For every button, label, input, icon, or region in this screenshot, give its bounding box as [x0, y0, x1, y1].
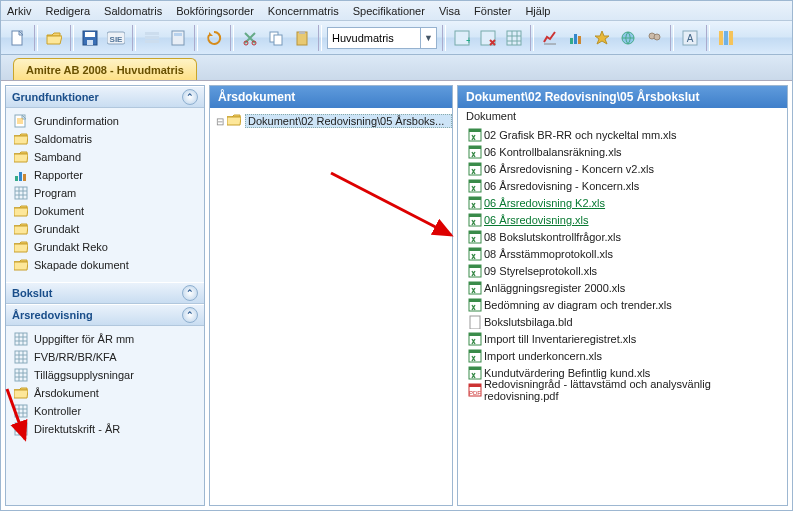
file-row[interactable]: Bedömning av diagram och trender.xls — [458, 296, 787, 313]
file-row[interactable]: Import underkoncern.xls — [458, 347, 787, 364]
grid-icon[interactable] — [502, 26, 526, 50]
svg-rect-64 — [470, 316, 480, 329]
svg-rect-20 — [507, 31, 521, 45]
xls-icon — [466, 128, 484, 142]
sidebar-item[interactable]: Kontroller — [10, 402, 200, 420]
sidebar-item[interactable]: Grundinformation — [10, 112, 200, 130]
file-row[interactable]: 08 Bokslutskontrollfrågor.xls — [458, 228, 787, 245]
file-row[interactable]: PDFRedovisningråd - lättavstämd och anal… — [458, 381, 787, 398]
note-icon — [12, 113, 30, 129]
list-icon[interactable] — [140, 26, 164, 50]
file-row[interactable]: 06 Årsredovisning - Koncern v2.xls — [458, 160, 787, 177]
grid-add-icon[interactable]: + — [450, 26, 474, 50]
file-row[interactable]: 08 Årsstämmoprotokoll.xls — [458, 245, 787, 262]
file-row[interactable]: 06 Kontrollbalansräkning.xls — [458, 143, 787, 160]
sidebar-item[interactable]: Tilläggsupplysningar — [10, 366, 200, 384]
svg-rect-14 — [274, 35, 282, 45]
file-name: 09 Styrelseprotokoll.xls — [484, 265, 597, 277]
folder-icon — [12, 385, 30, 401]
sidebar-group-header[interactable]: Grundfunktioner⌃ — [6, 86, 204, 108]
chart-line-icon[interactable] — [538, 26, 562, 50]
svg-rect-23 — [578, 36, 581, 44]
menu-fonster[interactable]: Fönster — [474, 5, 511, 17]
sidebar-group-header[interactable]: Årsredovisning⌃ — [6, 304, 204, 326]
tree-panel: Årsdokument ⊟ Dokument\02 Redovisning\05… — [209, 85, 453, 506]
file-row[interactable]: Import till Inventarieregistret.xls — [458, 330, 787, 347]
svg-rect-22 — [574, 34, 577, 44]
sie-icon[interactable]: SIE — [104, 26, 128, 50]
svg-rect-41 — [15, 423, 27, 435]
tree-panel-header: Årsdokument — [210, 86, 452, 108]
sidebar-item[interactable]: Direktutskrift - ÅR — [10, 420, 200, 438]
folder-icon — [12, 131, 30, 147]
svg-rect-47 — [469, 163, 481, 166]
svg-rect-55 — [469, 231, 481, 234]
sidebar-item[interactable]: Grundakt Reko — [10, 238, 200, 256]
folder-icon — [12, 221, 30, 237]
file-name: Bedömning av diagram och trender.xls — [484, 299, 672, 311]
sidebar-group-title: Bokslut — [12, 287, 52, 299]
panel-a-icon[interactable]: A — [678, 26, 702, 50]
svg-rect-68 — [469, 350, 481, 353]
tree-node[interactable]: ⊟ Dokument\02 Redovisning\05 Årsboks... — [210, 112, 452, 130]
file-row[interactable]: Anläggningsregister 2000.xls — [458, 279, 787, 296]
xls-icon — [466, 298, 484, 312]
file-row[interactable]: Bokslutsbilaga.bld — [458, 313, 787, 330]
new-doc-icon[interactable] — [6, 26, 30, 50]
sidebar-item[interactable]: FVB/RR/BR/KFA — [10, 348, 200, 366]
svg-text:SIE: SIE — [110, 35, 124, 44]
svg-rect-49 — [469, 180, 481, 183]
star-icon[interactable] — [590, 26, 614, 50]
cut-icon[interactable] — [238, 26, 262, 50]
sidebar-item[interactable]: Program — [10, 184, 200, 202]
menu-arkiv[interactable]: Arkiv — [7, 5, 31, 17]
columns-icon[interactable] — [714, 26, 738, 50]
sidebar-item[interactable]: Skapade dokument — [10, 256, 200, 274]
menu-bokforingsorder[interactable]: Bokföringsorder — [176, 5, 254, 17]
menu-visa[interactable]: Visa — [439, 5, 460, 17]
users-icon[interactable] — [642, 26, 666, 50]
save-icon[interactable] — [78, 26, 102, 50]
tree-node-label: Dokument\02 Redovisning\05 Årsboks... — [245, 114, 452, 128]
sidebar-item[interactable]: Rapporter — [10, 166, 200, 184]
file-row[interactable]: 06 Årsredovisning - Koncern.xls — [458, 177, 787, 194]
menu-saldomatris[interactable]: Saldomatris — [104, 5, 162, 17]
sidebar-item[interactable]: Grundakt — [10, 220, 200, 238]
sidebar-group-header[interactable]: Bokslut⌃ — [6, 282, 204, 304]
file-row[interactable]: 02 Grafisk BR-RR och nyckeltal mm.xls — [458, 126, 787, 143]
svg-rect-43 — [469, 129, 481, 132]
sidebar-item-label: Rapporter — [34, 169, 83, 181]
menu-redigera[interactable]: Redigera — [45, 5, 90, 17]
sidebar-item[interactable]: Dokument — [10, 202, 200, 220]
sidebar-item-label: Dokument — [34, 205, 84, 217]
collapse-icon: ⌃ — [182, 89, 198, 105]
sidebar-item[interactable]: Samband — [10, 148, 200, 166]
sidebar-item[interactable]: Saldomatris — [10, 130, 200, 148]
refresh-icon[interactable] — [202, 26, 226, 50]
svg-rect-39 — [15, 369, 27, 381]
open-folder-icon[interactable] — [42, 26, 66, 50]
grid-del-icon[interactable] — [476, 26, 500, 50]
svg-text:+: + — [466, 35, 470, 46]
calc-icon[interactable] — [166, 26, 190, 50]
svg-rect-53 — [469, 214, 481, 217]
globe-icon[interactable] — [616, 26, 640, 50]
file-row[interactable]: 06 Årsredovisning K2.xls — [458, 194, 787, 211]
svg-rect-72 — [469, 384, 481, 387]
file-name: 06 Årsredovisning - Koncern.xls — [484, 180, 639, 192]
menu-specifikationer[interactable]: Specifikationer — [353, 5, 425, 17]
collapse-icon: ⌃ — [182, 307, 198, 323]
chart-bar-icon[interactable] — [564, 26, 588, 50]
sidebar-item[interactable]: Årsdokument — [10, 384, 200, 402]
paste-icon[interactable] — [290, 26, 314, 50]
file-row[interactable]: 09 Styrelseprotokoll.xls — [458, 262, 787, 279]
copy-icon[interactable] — [264, 26, 288, 50]
menu-koncernmatris[interactable]: Koncernmatris — [268, 5, 339, 17]
file-panel: Dokument\02 Redovisning\05 Årsbokslut Do… — [457, 85, 788, 506]
active-document-tab[interactable]: Amitre AB 2008 - Huvudmatris — [13, 58, 197, 80]
svg-rect-10 — [174, 33, 182, 36]
menu-hjalp[interactable]: Hjälp — [525, 5, 550, 17]
sidebar-item[interactable]: Uppgifter för ÅR mm — [10, 330, 200, 348]
matrix-select[interactable]: Huvudmatris▼ — [327, 27, 437, 49]
file-row[interactable]: 06 Årsredovisning.xls — [458, 211, 787, 228]
